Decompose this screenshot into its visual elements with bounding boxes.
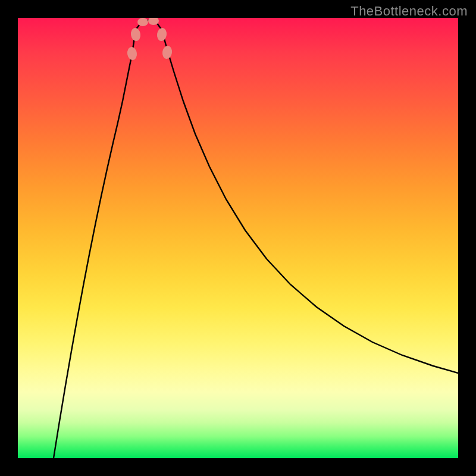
chart-svg <box>18 18 458 458</box>
curve-markers <box>127 18 173 61</box>
watermark-text: TheBottleneck.com <box>350 4 468 19</box>
right-marker-lower <box>156 27 168 42</box>
bottleneck-curve <box>54 20 458 458</box>
plot-area <box>18 18 458 458</box>
right-marker-upper <box>162 45 173 60</box>
trough-marker-a <box>137 18 148 26</box>
left-marker-upper <box>127 46 138 61</box>
left-marker-lower <box>130 27 142 42</box>
